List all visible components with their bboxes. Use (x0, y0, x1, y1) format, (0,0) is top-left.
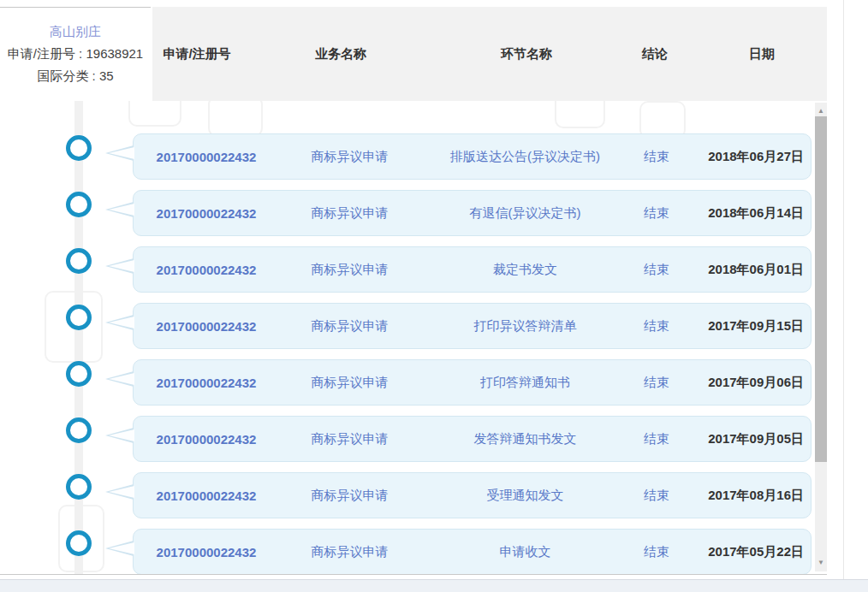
header-date: 日期 (749, 47, 775, 61)
row-bubble: 20170000022432 商标异议申请 受理通知发文 结束 2017年08月… (133, 472, 812, 518)
row-reg-no[interactable]: 20170000022432 (134, 545, 279, 559)
row-date: 2018年06月01日 (683, 262, 811, 278)
row-reg-no[interactable]: 20170000022432 (134, 206, 279, 221)
timeline-node-icon (66, 417, 92, 443)
row-date: 2017年09月05日 (683, 431, 811, 447)
row-date: 2017年08月16日 (683, 488, 811, 504)
row-business-name: 商标异议申请 (279, 544, 420, 560)
row-conclusion: 结束 (630, 375, 683, 391)
row-date: 2017年05月22日 (683, 544, 811, 560)
row-date: 2018年06月27日 (683, 149, 811, 165)
row-business-name: 商标异议申请 (279, 149, 420, 165)
trademark-info-card: 高山别庄 申请/注册号 : 19638921 国际分类 : 35 (0, 7, 151, 99)
row-step-name: 裁定书发文 (420, 262, 630, 278)
row-reg-no[interactable]: 20170000022432 (134, 376, 279, 390)
trademark-name: 高山别庄 (0, 21, 151, 43)
timeline-node-icon (66, 192, 92, 217)
row-date: 2017年09月15日 (683, 318, 811, 334)
scroll-up-icon[interactable]: ▲ (815, 104, 827, 116)
row-business-name: 商标异议申请 (279, 318, 420, 334)
timeline-node-icon (66, 474, 92, 500)
table-row: 20170000022432 商标异议申请 打印答辩通知书 结束 2017年09… (0, 359, 815, 406)
table-header: 申请/注册号 业务名称 环节名称 结论 日期 (152, 7, 827, 101)
table-row: 20170000022432 商标异议申请 有退信(异议决定书) 结束 2018… (0, 190, 815, 236)
row-reg-no[interactable]: 20170000022432 (134, 432, 279, 447)
row-date: 2017年09月06日 (683, 375, 811, 391)
row-business-name: 商标异议申请 (279, 205, 420, 222)
header-conclusion: 结论 (642, 47, 668, 61)
vertical-scrollbar[interactable]: ▲ ▼ (815, 103, 827, 571)
trademark-status-page: 高山别庄 申请/注册号 : 19638921 国际分类 : 35 申请/注册号 … (0, 0, 868, 592)
row-date: 2018年06月14日 (683, 205, 811, 222)
content-bottom-border (0, 574, 827, 575)
row-reg-no[interactable]: 20170000022432 (134, 150, 279, 164)
table-row: 20170000022432 商标异议申请 打印异议答辩清单 结束 2017年0… (0, 303, 815, 349)
row-bubble: 20170000022432 商标异议申请 排版送达公告(异议决定书) 结束 2… (133, 133, 812, 180)
row-reg-no[interactable]: 20170000022432 (134, 319, 279, 334)
table-row: 20170000022432 商标异议申请 排版送达公告(异议决定书) 结束 2… (0, 133, 815, 180)
row-step-name: 打印异议答辩清单 (420, 318, 630, 334)
row-bubble: 20170000022432 商标异议申请 打印异议答辩清单 结束 2017年0… (133, 303, 812, 349)
row-conclusion: 结束 (630, 318, 683, 334)
timeline-node-icon (66, 530, 92, 556)
row-conclusion: 结束 (630, 205, 683, 222)
row-business-name: 商标异议申请 (279, 431, 420, 447)
row-conclusion: 结束 (630, 431, 683, 447)
row-step-name: 发答辩通知书发文 (420, 431, 630, 447)
row-conclusion: 结束 (630, 262, 683, 278)
row-step-name: 排版送达公告(异议决定书) (420, 149, 630, 165)
registration-number-line: 申请/注册号 : 19638921 (0, 43, 151, 65)
table-row: 20170000022432 商标异议申请 申请收文 结束 2017年05月22… (0, 529, 815, 575)
row-bubble: 20170000022432 商标异议申请 有退信(异议决定书) 结束 2018… (133, 190, 812, 236)
row-bubble: 20170000022432 商标异议申请 裁定书发文 结束 2018年06月0… (133, 246, 812, 293)
timeline-node-icon (66, 305, 92, 330)
row-reg-no[interactable]: 20170000022432 (134, 263, 279, 277)
timeline-node-icon (66, 248, 92, 274)
row-conclusion: 结束 (630, 149, 683, 165)
international-class-line: 国际分类 : 35 (0, 65, 151, 87)
row-step-name: 受理通知发文 (420, 488, 630, 504)
row-conclusion: 结束 (630, 488, 683, 504)
row-business-name: 商标异议申请 (279, 488, 420, 504)
row-step-name: 申请收文 (420, 544, 630, 560)
header-reg-no: 申请/注册号 (163, 47, 230, 61)
scrollbar-thumb[interactable] (815, 116, 827, 462)
timeline-node-icon (66, 361, 92, 387)
row-business-name: 商标异议申请 (279, 262, 420, 278)
row-bubble: 20170000022432 商标异议申请 发答辩通知书发文 结束 2017年0… (133, 416, 812, 462)
bottom-strip (0, 579, 868, 592)
table-row: 20170000022432 商标异议申请 受理通知发文 结束 2017年08月… (0, 472, 815, 518)
table-row: 20170000022432 商标异议申请 裁定书发文 结束 2018年06月0… (0, 246, 815, 293)
header-business-name: 业务名称 (315, 47, 366, 61)
row-step-name: 有退信(异议决定书) (420, 205, 630, 222)
row-bubble: 20170000022432 商标异议申请 打印答辩通知书 结束 2017年09… (133, 359, 812, 406)
row-business-name: 商标异议申请 (279, 375, 420, 391)
header-step-name: 环节名称 (501, 47, 552, 61)
right-divider (843, 0, 844, 579)
scroll-down-icon[interactable]: ▼ (815, 556, 827, 568)
row-reg-no[interactable]: 20170000022432 (134, 488, 279, 503)
row-conclusion: 结束 (630, 544, 683, 560)
timeline-node-icon (66, 135, 92, 161)
timeline-content: 20170000022432 商标异议申请 排版送达公告(异议决定书) 结束 2… (0, 101, 815, 575)
row-step-name: 打印答辩通知书 (420, 375, 630, 391)
row-bubble: 20170000022432 商标异议申请 申请收文 结束 2017年05月22… (133, 529, 812, 575)
table-row: 20170000022432 商标异议申请 发答辩通知书发文 结束 2017年0… (0, 416, 815, 462)
